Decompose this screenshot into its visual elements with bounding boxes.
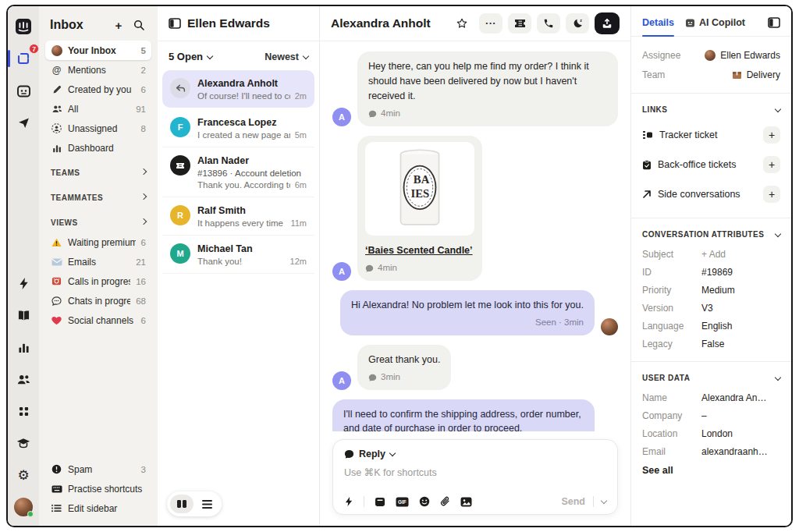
conversation-item-ralf[interactable]: R Ralf Smith It happens every time I ref… (162, 197, 314, 236)
sidebar-section-teams[interactable]: TEAMS (45, 162, 151, 183)
sidebar-item-spam[interactable]: Spam 3 (45, 459, 151, 479)
sidebar-view-social[interactable]: Social channels 6 (45, 310, 151, 330)
split-view-button[interactable] (170, 495, 194, 513)
list-view-button[interactable] (195, 495, 218, 513)
assignee-value[interactable]: Ellen Edwards (705, 50, 780, 61)
new-conversation-button[interactable]: + (111, 17, 126, 33)
conversation-item-michael[interactable]: M Michael Tan Thank you!12m (162, 236, 314, 274)
sidebar-item-label: Calls in progress (68, 276, 130, 287)
app-window: 7 (6, 5, 793, 527)
attachment-button[interactable] (440, 496, 450, 507)
add-back-office-ticket-button[interactable]: + (763, 156, 780, 173)
rail-reports-icon[interactable] (12, 336, 34, 358)
rail-apps-icon[interactable] (12, 400, 34, 422)
collapse-panel-button[interactable] (768, 17, 780, 28)
rail-bottom-group: ⚙ (12, 272, 34, 518)
add-tracker-ticket-button[interactable]: + (763, 126, 780, 144)
sidebar-item-mentions[interactable]: @ Mentions 2 (45, 60, 151, 80)
conversation-item-alexandra[interactable]: Alexandra Anholt Of course! I'll need to… (162, 70, 314, 108)
add-side-conversation-button[interactable]: + (763, 186, 780, 203)
sidebar-item-practise-shortcuts[interactable]: Practise shortcuts (45, 479, 151, 498)
ticket-button[interactable] (508, 13, 531, 34)
send-button[interactable]: Send (561, 496, 585, 507)
gif-button[interactable]: GIF (396, 497, 409, 507)
sidebar-item-count: 6 (141, 85, 146, 94)
tab-ai-copilot[interactable]: AI Copilot (685, 17, 745, 28)
assignment-section: Assignee Ellen Edwards Team Delivery (631, 37, 791, 94)
rail-knowledge-icon[interactable] (12, 304, 34, 326)
sidebar-item-your-inbox[interactable]: Your Inbox 5 (45, 41, 151, 60)
attr-value-legacy[interactable]: False (701, 339, 724, 349)
rail-user-avatar[interactable] (12, 496, 34, 518)
image-button[interactable] (460, 497, 472, 507)
sidebar-item-unassigned[interactable]: Unassigned 8 (45, 119, 151, 138)
product-card[interactable]: BA IES (365, 142, 474, 236)
sidebar-view-waiting-premium[interactable]: Waiting premium 6 (45, 232, 151, 252)
rail-settings-icon[interactable]: ⚙ (12, 464, 34, 486)
star-button[interactable] (450, 13, 474, 34)
rail-fin-ai-icon[interactable] (12, 80, 34, 101)
rail-outbound-icon[interactable] (12, 112, 34, 133)
reply-mode-dropdown[interactable]: Reply (344, 449, 606, 459)
sidebar-item-created-by-you[interactable]: Created by you 6 (45, 80, 151, 99)
team-value[interactable]: Delivery (732, 69, 780, 80)
user-data-location[interactable]: London (701, 428, 733, 439)
conversation-item-francesca[interactable]: F Francesca Lopez I created a new page a… (162, 109, 314, 147)
tab-details[interactable]: Details (642, 17, 674, 28)
emoji-button[interactable] (419, 496, 430, 507)
rail-lightning-icon[interactable] (12, 272, 34, 294)
list-icon (51, 502, 62, 514)
close-conversation-button[interactable] (595, 12, 620, 34)
send-options-chevron[interactable] (601, 498, 607, 504)
user-data-header[interactable]: USER DATA (642, 371, 780, 388)
rail-academy-icon[interactable] (12, 432, 34, 454)
sidebar-section-views[interactable]: VIEWS (45, 212, 151, 232)
intercom-logo-icon[interactable] (12, 16, 34, 37)
attr-value-id[interactable]: #19869 (701, 267, 733, 278)
see-all-link[interactable]: See all (642, 460, 780, 476)
user-data-email[interactable]: alexandraanh… (701, 446, 768, 457)
sidebar-item-dashboard[interactable]: Dashboard (45, 138, 151, 158)
rail-inbox-icon[interactable]: 7 (12, 48, 34, 69)
sidebar-section-teammates[interactable]: TEAMMATES (45, 187, 151, 207)
rail-contacts-icon[interactable] (12, 368, 34, 390)
message-time: 4min (381, 107, 400, 120)
sidebar-bottom-group: Spam 3 Practise shortcuts Edit sidebar (45, 459, 151, 518)
attr-value-version[interactable]: V3 (701, 303, 713, 314)
toolbar-divider (593, 496, 594, 507)
message-input[interactable] (344, 467, 606, 478)
plus-icon: + (115, 19, 123, 32)
call-button[interactable] (537, 13, 560, 34)
conversation-attributes-header[interactable]: CONVERSATION ATTRIBUTES (642, 227, 780, 245)
open-filter-dropdown[interactable]: 5 Open (169, 51, 212, 62)
snooze-button[interactable]: z (566, 13, 589, 34)
link-row-side-conversations: Side conversations + (642, 179, 780, 209)
heart-icon (51, 314, 62, 326)
sidebar-view-emails[interactable]: Emails 21 (45, 252, 151, 271)
links-header[interactable]: LINKS (642, 102, 780, 120)
sidebar-item-label: Emails (68, 257, 130, 268)
sidebar-item-edit-sidebar[interactable]: Edit sidebar (45, 498, 151, 518)
chevron-right-icon (140, 218, 147, 225)
sidebar-view-calls[interactable]: Calls in progress 16 (45, 271, 151, 291)
chevron-down-icon (775, 105, 781, 112)
collapse-list-button[interactable] (169, 18, 181, 29)
more-options-button[interactable]: ... (479, 13, 502, 34)
sidebar-view-chats[interactable]: Chats in progress 68 (45, 291, 151, 310)
user-data-company[interactable]: – (701, 410, 707, 421)
product-link[interactable]: ‘Baies Scented Candle’ (365, 243, 473, 258)
attr-value-subject[interactable]: + Add (701, 249, 726, 260)
customer-avatar: A (332, 262, 351, 281)
sidebar-item-label: Social channels (68, 315, 136, 326)
emoji-icon (419, 496, 430, 507)
macros-button[interactable] (375, 497, 385, 507)
sort-dropdown[interactable]: Newest (265, 51, 308, 62)
attr-value-language[interactable]: English (701, 321, 732, 332)
conversation-item-alan[interactable]: Alan Nader #13896 · Account deletion Tha… (162, 147, 314, 197)
message-text: I'll need to confirm the shipping addres… (343, 409, 581, 432)
search-button[interactable] (131, 17, 147, 33)
attr-value-priority[interactable]: Medium (701, 285, 735, 296)
user-data-name[interactable]: Alexandra An… (701, 392, 766, 403)
shortcuts-lightning-button[interactable] (344, 496, 353, 507)
sidebar-item-all[interactable]: All 91 (45, 99, 151, 119)
